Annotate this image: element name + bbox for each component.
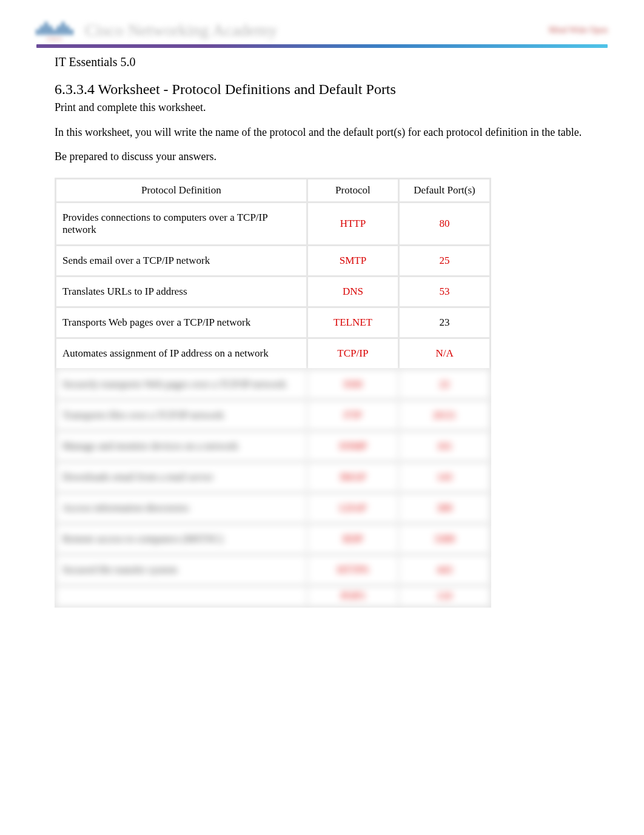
cell-port: 20/21 — [400, 401, 489, 430]
table-row: Automates assignment of IP address on a … — [56, 339, 489, 368]
course-name: IT Essentials 5.0 — [55, 55, 589, 69]
cell-definition: Remote access to computers (MSTSC) — [56, 525, 306, 554]
cell-protocol: SSH — [308, 370, 398, 399]
cisco-logo-icon: cisco — [36, 18, 73, 42]
cell-definition: Sends email over a TCP/IP network — [56, 246, 306, 275]
table-row: Secured file transfer systemHTTPS443 — [56, 555, 489, 585]
table-row: Securely transports Web pages over a TCP… — [56, 370, 489, 399]
cell-definition: Provides connections to computers over a… — [56, 203, 306, 244]
cell-port: 23 — [400, 308, 489, 337]
header-right-text: Mind Wide Open — [549, 25, 608, 35]
cell-protocol: DNS — [308, 277, 398, 306]
header-protocol: Protocol — [308, 179, 398, 201]
cell-definition: Translates URLs to IP address — [56, 277, 306, 306]
cell-protocol: RDP — [308, 525, 398, 554]
cell-protocol: IMAP — [308, 463, 398, 492]
cell-port: 53 — [400, 277, 489, 306]
cell-port: 443 — [400, 555, 489, 585]
cell-definition: Automates assignment of IP address on a … — [56, 339, 306, 368]
cell-port: 110 — [400, 586, 489, 606]
cell-port: 25 — [400, 246, 489, 275]
cell-definition: Access information directories — [56, 494, 306, 523]
cell-port: 22 — [400, 370, 489, 399]
cell-protocol: POP3 — [308, 586, 398, 606]
table-header-row: Protocol Definition Protocol Default Por… — [56, 179, 489, 201]
cell-protocol: HTTPS — [308, 555, 398, 585]
cell-protocol: TELNET — [308, 308, 398, 337]
header-definition: Protocol Definition — [56, 179, 306, 201]
cell-port: 143 — [400, 463, 489, 492]
cell-protocol: FTP — [308, 401, 398, 430]
cell-protocol: LDAP — [308, 494, 398, 523]
cell-port: N/A — [400, 339, 489, 368]
content-area: IT Essentials 5.0 6.3.3.4 Worksheet - Pr… — [36, 55, 608, 608]
header-port: Default Port(s) — [400, 179, 489, 201]
academy-label: Cisco Networking Academy — [85, 21, 277, 40]
protocol-table: Protocol Definition Protocol Default Por… — [55, 178, 491, 608]
table-row: POP3110 — [56, 586, 489, 606]
cell-protocol: SNMP — [308, 432, 398, 461]
cell-protocol: HTTP — [308, 203, 398, 244]
table-row: Transports Web pages over a TCP/IP netwo… — [56, 308, 489, 337]
cell-protocol: TCP/IP — [308, 339, 398, 368]
cell-definition — [56, 586, 306, 606]
cell-definition: Transports files over a TCP/IP network — [56, 401, 306, 430]
table-row: Manage and monitor devices on a networkS… — [56, 432, 489, 461]
table-row: Access information directoriesLDAP389 — [56, 494, 489, 523]
prepared-note: Be prepared to discuss your answers. — [55, 150, 589, 163]
logo-area: cisco Cisco Networking Academy — [36, 18, 277, 42]
table-row: Remote access to computers (MSTSC)RDP338… — [56, 525, 489, 554]
table-row: Sends email over a TCP/IP networkSMTP25 — [56, 246, 489, 275]
cell-protocol: SMTP — [308, 246, 398, 275]
gradient-divider — [36, 44, 608, 48]
header-bar: cisco Cisco Networking Academy Mind Wide… — [36, 18, 608, 44]
cell-definition: Secured file transfer system — [56, 555, 306, 585]
table-row: Translates URLs to IP addressDNS53 — [56, 277, 489, 306]
logo-text: cisco — [47, 35, 62, 42]
cell-port: 161 — [400, 432, 489, 461]
print-instruction: Print and complete this worksheet. — [55, 101, 589, 114]
cell-port: 80 — [400, 203, 489, 244]
table-row: Transports files over a TCP/IP networkFT… — [56, 401, 489, 430]
cell-port: 3389 — [400, 525, 489, 554]
table-row: Provides connections to computers over a… — [56, 203, 489, 244]
cell-definition: Manage and monitor devices on a network — [56, 432, 306, 461]
cell-definition: Downloads email from a mail server — [56, 463, 306, 492]
worksheet-description: In this worksheet, you will write the na… — [55, 125, 589, 139]
page-title: 6.3.3.4 Worksheet - Protocol Definitions… — [55, 81, 589, 98]
cell-port: 389 — [400, 494, 489, 523]
table-row: Downloads email from a mail serverIMAP14… — [56, 463, 489, 492]
cell-definition: Transports Web pages over a TCP/IP netwo… — [56, 308, 306, 337]
cell-definition: Securely transports Web pages over a TCP… — [56, 370, 306, 399]
